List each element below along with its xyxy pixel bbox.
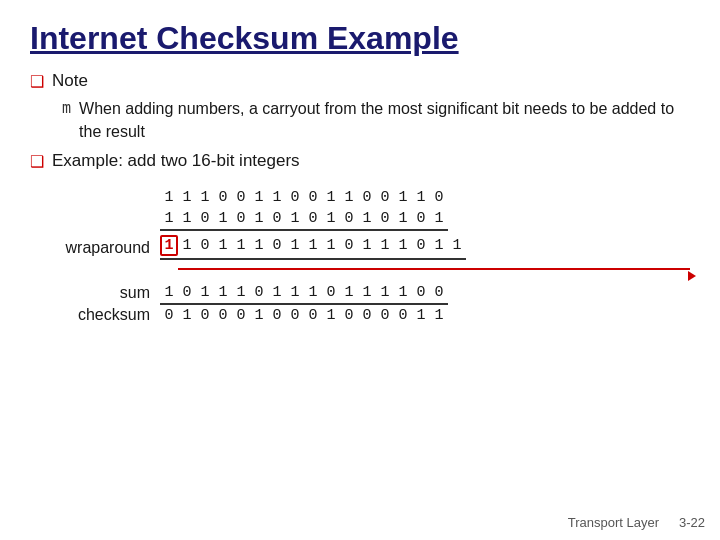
footer-left: Transport Layer (568, 515, 659, 530)
bit-cell: 0 (196, 303, 214, 326)
bullet-q-example: ❑ Example: add two 16-bit integers (30, 151, 690, 171)
bit-cell: 1 (430, 235, 448, 256)
bit-cell: 1 (358, 282, 376, 303)
sum-bits: 1011101110111100 (160, 282, 448, 303)
row2: 1101010101010101 (30, 208, 690, 231)
bit-cell: 0 (232, 187, 250, 208)
bit-cell: 1 (322, 208, 340, 231)
bit-cell: 1 (358, 235, 376, 256)
bit-cell: 1 (250, 303, 268, 326)
bit-cell: 0 (214, 187, 232, 208)
bit-cell: 1 (214, 282, 232, 303)
bit-cell: 0 (250, 282, 268, 303)
bit-cell: 0 (340, 235, 358, 256)
checksum-bits: 0100010001000011 (160, 303, 448, 326)
slide-title: Internet Checksum Example (30, 20, 690, 57)
bit-cell: 1 (268, 187, 286, 208)
bit-cell: 1 (322, 187, 340, 208)
arrow-line (178, 268, 690, 270)
bit-cell: 0 (268, 208, 286, 231)
bit-cell: 1 (412, 303, 430, 326)
bit-cell: 0 (304, 208, 322, 231)
bit-cell: 0 (358, 187, 376, 208)
bit-cell: 1 (196, 282, 214, 303)
bullet-q-note: ❑ Note (30, 71, 690, 91)
bit-cell: 1 (178, 303, 196, 326)
wraparound-label: wraparound (30, 239, 160, 257)
bit-cell: 0 (340, 208, 358, 231)
footer: Transport Layer 3-22 (568, 515, 705, 530)
row2-bits: 1101010101010101 (160, 208, 448, 231)
bit-cell: 0 (196, 208, 214, 231)
bit-cell: 0 (358, 303, 376, 326)
sum-label: sum (30, 284, 160, 302)
bit-cell: 1 (250, 235, 268, 256)
bit-cell: 0 (376, 187, 394, 208)
bit-cell: 1 (250, 208, 268, 231)
bit-cell: 0 (376, 208, 394, 231)
bit-cell: 0 (376, 303, 394, 326)
bit-cell: 0 (268, 235, 286, 256)
q-icon-2: ❑ (30, 152, 44, 171)
bit-cell: 1 (178, 235, 196, 256)
bit-cell: 1 (160, 282, 178, 303)
bit-cell: 1 (322, 235, 340, 256)
bullet-note: ❑ Note m When adding numbers, a carryout… (30, 71, 690, 143)
bit-cell: 1 (304, 235, 322, 256)
bit-cell: 0 (412, 235, 430, 256)
bit-cell: 0 (304, 187, 322, 208)
checksum-row: checksum 0100010001000011 (30, 303, 690, 326)
bit-cell: 0 (340, 303, 358, 326)
bit-cell: 1 (358, 208, 376, 231)
bit-cell: 1 (232, 235, 250, 256)
bit-cell: 1 (322, 303, 340, 326)
bit-cell: 0 (322, 282, 340, 303)
arrow-row (160, 260, 690, 278)
wraparound-bits: 11011101110111011 (160, 235, 466, 260)
row1-bits: 1110011001100110 (160, 187, 448, 208)
bit-cell: 1 (430, 208, 448, 231)
bit-cell: 1 (286, 208, 304, 231)
example-label: Example: add two 16-bit integers (52, 151, 300, 171)
bit-cell: 1 (250, 187, 268, 208)
bit-cell: 0 (412, 282, 430, 303)
bit-cell: 1 (394, 187, 412, 208)
bit-cell: 1 (196, 187, 214, 208)
checksum-label: checksum (30, 306, 160, 324)
bit-cell: 0 (232, 208, 250, 231)
footer-right: 3-22 (679, 515, 705, 530)
bit-cell: 0 (232, 303, 250, 326)
bit-cell: 1 (214, 208, 232, 231)
bit-cell: 1 (394, 235, 412, 256)
q-icon-1: ❑ (30, 72, 44, 91)
binary-section: 1110011001100110 1101010101010101 wrapar… (30, 187, 690, 326)
bit-cell: 1 (268, 282, 286, 303)
bit-cell: 1 (376, 282, 394, 303)
bit-cell: 1 (304, 282, 322, 303)
bit-cell: 0 (430, 282, 448, 303)
wraparound-row: wraparound 11011101110111011 (30, 235, 690, 260)
bit-cell: 1 (286, 282, 304, 303)
bit-cell: 1 (160, 208, 178, 231)
bit-cell: 0 (286, 187, 304, 208)
bit-cell: 1 (412, 187, 430, 208)
bit-cell: 1 (160, 187, 178, 208)
bit-cell: 0 (286, 303, 304, 326)
bit-cell: 1 (178, 187, 196, 208)
slide: Internet Checksum Example ❑ Note m When … (0, 0, 720, 540)
note-label: Note (52, 71, 88, 91)
sub-bullet-carryout: m When adding numbers, a carryout from t… (62, 97, 690, 143)
bit-cell: 0 (160, 303, 178, 326)
bit-cell: 0 (268, 303, 286, 326)
bit-cell: 1 (214, 235, 232, 256)
bit-cell: 1 (340, 187, 358, 208)
wraparound-boxed-digit: 1 (160, 235, 178, 256)
row1: 1110011001100110 (30, 187, 690, 208)
bit-cell: 0 (394, 303, 412, 326)
sub-text-carryout: When adding numbers, a carryout from the… (79, 97, 690, 143)
bit-cell: 1 (340, 282, 358, 303)
bit-cell: 1 (430, 303, 448, 326)
bit-cell: 0 (196, 235, 214, 256)
m-icon: m (62, 99, 71, 117)
bit-cell: 1 (376, 235, 394, 256)
